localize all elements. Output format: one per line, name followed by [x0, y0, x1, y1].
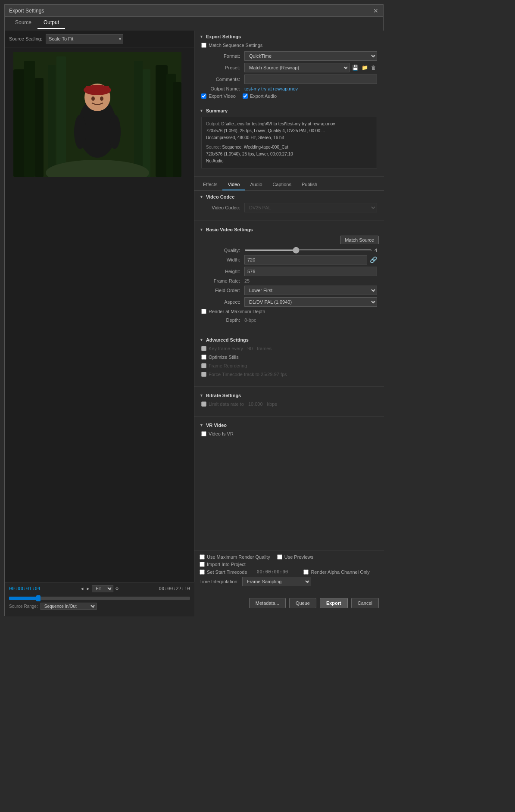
video-codec-field-row: Video Codec: DV25 PAL: [200, 203, 379, 212]
time-interpolation-select[interactable]: Frame Sampling: [242, 577, 311, 586]
optimize-stills-checkbox[interactable]: [201, 355, 206, 360]
timecode-left: 00:00:01:04: [9, 586, 41, 591]
timeline-handle[interactable]: [36, 595, 41, 601]
divider-5: [194, 416, 384, 417]
optimize-stills-label[interactable]: Optimize Stills: [201, 355, 239, 360]
set-start-timecode-checkbox[interactable]: [200, 569, 205, 575]
start-timecode-value: 00:00:00:00: [257, 569, 288, 575]
match-source-btn[interactable]: Match Source: [340, 236, 379, 244]
output-tab[interactable]: Output: [37, 17, 65, 29]
match-sequence-row: Match Sequence Settings: [200, 43, 379, 48]
render-max-depth-label[interactable]: Render at Maximum Depth: [201, 309, 265, 314]
video-is-vr-checkbox[interactable]: [201, 431, 206, 436]
source-tab[interactable]: Source: [9, 17, 37, 29]
video-codec-collapse[interactable]: ▼: [200, 195, 203, 199]
basic-video-collapse[interactable]: ▼: [200, 227, 203, 232]
vr-video-section: ▼ VR Video Video Is VR: [194, 419, 384, 443]
bitrate-section: ▼ Bitrate Settings Limit data rate to 10…: [194, 389, 384, 414]
force-timecode-label[interactable]: Force Timecode track to 25/29.97 fps: [201, 372, 287, 377]
set-start-timecode-label[interactable]: Set Start Timecode: [200, 569, 247, 575]
source-scaling-select-wrapper: Scale To Fit: [46, 34, 123, 44]
video-codec-header: ▼ Video Codec: [200, 194, 379, 199]
use-max-render-checkbox[interactable]: [200, 554, 205, 560]
export-audio-checkbox[interactable]: [243, 93, 248, 99]
export-video-checkbox[interactable]: [201, 93, 206, 99]
field-order-select[interactable]: Lower First: [244, 286, 377, 295]
tab-captions[interactable]: Captions: [268, 179, 297, 190]
bitrate-collapse[interactable]: ▼: [200, 393, 203, 398]
next-frame-btn[interactable]: ►: [86, 586, 91, 591]
tab-audio[interactable]: Audio: [245, 179, 267, 190]
import-into-project-checkbox[interactable]: [200, 562, 205, 567]
limit-data-checkbox-label[interactable]: Limit data rate to: [201, 401, 244, 407]
source-scaling-label: Source Scaling:: [9, 36, 42, 41]
metadata-button[interactable]: Metadata...: [249, 598, 286, 608]
tab-publish[interactable]: Publish: [297, 179, 322, 190]
prev-frame-btn[interactable]: ◄: [80, 586, 84, 591]
export-settings-collapse[interactable]: ▼: [200, 34, 203, 39]
render-alpha-checkbox[interactable]: [303, 569, 309, 575]
keyframe-value: 90: [247, 346, 253, 351]
preset-save-btn[interactable]: 💾: [351, 64, 359, 72]
summary-source-details: 720x576 (1.0940), 25 fps, Lower, 00:00:2…: [206, 152, 293, 163]
limit-data-row: Limit data rate to 10,000 kbps: [200, 401, 379, 407]
source-scaling-select[interactable]: Scale To Fit: [46, 34, 123, 44]
tab-video[interactable]: Video: [222, 179, 245, 190]
timeline-bar-bg[interactable]: [9, 597, 190, 600]
vr-video-collapse[interactable]: ▼: [200, 423, 203, 427]
video-is-vr-row: Video Is VR: [200, 431, 379, 436]
close-button[interactable]: ✕: [373, 8, 379, 14]
cancel-button[interactable]: Cancel: [351, 598, 379, 608]
preset-delete-btn[interactable]: 🗑: [370, 64, 377, 72]
summary-source-label: Source:: [206, 145, 221, 149]
export-audio-label[interactable]: Export Audio: [243, 93, 277, 99]
divider-1: [194, 176, 384, 177]
fit-select[interactable]: Fit: [92, 585, 113, 592]
export-button[interactable]: Export: [320, 598, 348, 608]
comments-input[interactable]: [244, 75, 377, 84]
match-sequence-checkbox[interactable]: [201, 43, 206, 48]
import-into-project-label[interactable]: Import Into Project: [200, 562, 246, 567]
render-alpha-label[interactable]: Render Alpha Channel Only: [303, 569, 369, 575]
frame-rate-label: Frame Rate:: [201, 278, 244, 283]
use-max-render-label[interactable]: Use Maximum Render Quality: [200, 554, 270, 560]
match-sequence-checkbox-label[interactable]: Match Sequence Settings: [201, 43, 262, 48]
preset-folder-btn[interactable]: 📁: [361, 64, 369, 72]
optimize-stills-row: Optimize Stills: [200, 355, 379, 360]
tab-effects[interactable]: Effects: [198, 179, 222, 190]
queue-button[interactable]: Queue: [289, 598, 316, 608]
window-title: Export Settings: [9, 8, 44, 14]
top-tab-row: Source Output: [5, 17, 383, 29]
depth-value: 8-bpc: [244, 317, 377, 323]
aspect-select[interactable]: D1/DV PAL (1.0940): [244, 297, 377, 307]
title-bar: Export Settings ✕: [5, 5, 383, 17]
render-max-depth-checkbox[interactable]: [201, 309, 206, 314]
height-input[interactable]: [244, 267, 377, 276]
svg-rect-6: [173, 82, 181, 177]
advanced-settings-collapse[interactable]: ▼: [200, 338, 203, 342]
timeline-settings-btn[interactable]: ⚙: [115, 586, 119, 591]
preset-select[interactable]: Match Source (Rewrap): [244, 63, 350, 72]
bottom-bar: Metadata... Queue Export Cancel: [194, 590, 384, 616]
use-previews-checkbox[interactable]: [277, 554, 282, 560]
source-range-select[interactable]: Sequence In/Out: [41, 603, 97, 610]
keyframe-checkbox-label[interactable]: Key frame every: [201, 346, 243, 351]
render-max-depth-row: Render at Maximum Depth: [200, 309, 379, 314]
use-previews-label[interactable]: Use Previews: [277, 554, 313, 560]
frame-reordering-label[interactable]: Frame Reordering: [201, 363, 247, 368]
format-select-wrapper: QuickTime: [244, 51, 377, 61]
export-video-label[interactable]: Export Video: [201, 93, 236, 99]
quality-slider[interactable]: [244, 249, 372, 251]
video-is-vr-label[interactable]: Video Is VR: [201, 431, 234, 436]
field-order-label: Field Order:: [201, 288, 244, 293]
summary-collapse[interactable]: ▼: [200, 109, 203, 113]
output-name-value[interactable]: test-my try at rewrap.mov: [244, 86, 377, 91]
aspect-row: Aspect: D1/DV PAL (1.0940): [200, 297, 379, 307]
format-select[interactable]: QuickTime: [244, 51, 377, 61]
svg-rect-7: [48, 65, 56, 177]
timeline-bar-row[interactable]: [5, 595, 194, 602]
basic-video-header: ▼ Basic Video Settings: [200, 227, 379, 232]
bitrate-header: ▼ Bitrate Settings: [200, 393, 379, 398]
width-input[interactable]: [244, 255, 367, 264]
quality-slider-row: 4: [244, 248, 377, 253]
